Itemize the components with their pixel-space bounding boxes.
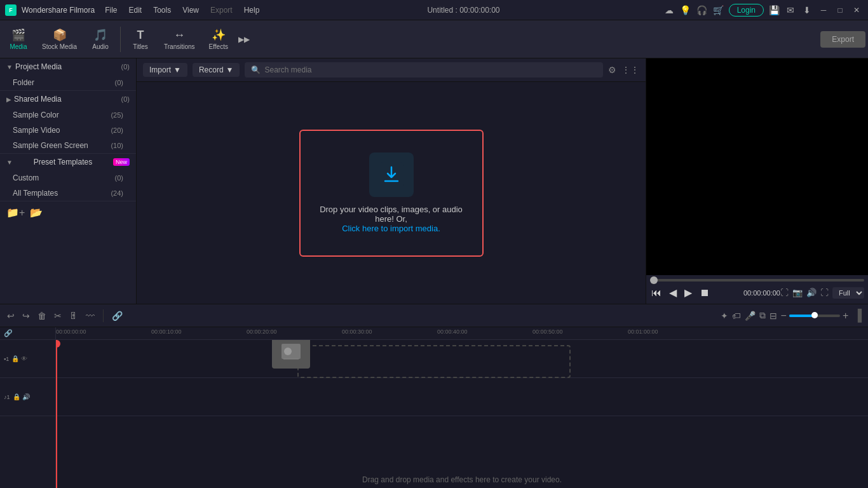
- cloud-icon[interactable]: ☁: [663, 4, 675, 17]
- sidebar-item-all-templates[interactable]: All Templates (24): [0, 186, 136, 201]
- frame-back-button[interactable]: ◀: [668, 285, 678, 300]
- titles-icon: T: [137, 29, 144, 42]
- zoom-out-button[interactable]: −: [781, 310, 787, 322]
- video-track-num: ▪1: [4, 356, 9, 362]
- import-button[interactable]: Import ▼: [143, 63, 187, 77]
- snap-icon[interactable]: 🔗: [4, 329, 13, 337]
- media-icon: 🎬: [11, 28, 25, 42]
- sidebar-header-project-media[interactable]: ▼ Project Media (0): [0, 58, 136, 75]
- search-box[interactable]: 🔍: [245, 62, 603, 78]
- notification-icon[interactable]: ✉: [784, 4, 797, 17]
- add-folder-icon[interactable]: 📁+: [6, 207, 25, 219]
- ruler-mark-0: 00:00:00:00: [56, 329, 86, 335]
- toolbar-stock[interactable]: 📦 Stock Media: [36, 25, 83, 53]
- layers-icon[interactable]: ⧉: [759, 310, 766, 321]
- undo-button[interactable]: ↩: [5, 309, 17, 323]
- fullscreen-icon[interactable]: ⛶: [780, 288, 789, 297]
- sidebar-item-sample-color[interactable]: Sample Color (25): [0, 107, 136, 123]
- save-icon[interactable]: 💾: [768, 4, 780, 17]
- cut-button[interactable]: ✂: [52, 309, 64, 323]
- redo-button[interactable]: ↪: [20, 309, 32, 323]
- menu-view[interactable]: View: [177, 4, 204, 16]
- menu-help[interactable]: Help: [239, 4, 265, 16]
- minimize-button[interactable]: ─: [817, 4, 830, 17]
- maximize-button[interactable]: □: [834, 4, 846, 17]
- export-button[interactable]: Export: [820, 31, 865, 48]
- seekbar-handle[interactable]: [650, 276, 658, 284]
- headset-icon[interactable]: 🎧: [696, 4, 709, 17]
- menu-export[interactable]: Export: [205, 4, 238, 16]
- preview-controls: ⏮ ◀ ▶ ⏹ 00:00:00:00 ⛶ 📷 🔊 ⛶ Full 1/2 1/4…: [646, 275, 868, 304]
- menu-edit[interactable]: Edit: [124, 4, 147, 16]
- chevron-preset-templates: ▼: [6, 159, 13, 166]
- sidebar-item-sample-video[interactable]: Sample Video (20): [0, 123, 136, 138]
- search-input[interactable]: [264, 65, 597, 74]
- toolbar-media[interactable]: 🎬 Media: [3, 25, 34, 53]
- sparkle-icon[interactable]: ✦: [721, 311, 728, 321]
- volume-icon[interactable]: 🔊: [806, 288, 817, 297]
- quality-select[interactable]: Full 1/2 1/4 1/8: [832, 287, 864, 299]
- record-button[interactable]: Record ▼: [193, 63, 240, 77]
- zoom-slider[interactable]: [789, 315, 840, 317]
- sample-video-count: (20): [111, 126, 123, 134]
- shared-media-label: Shared Media: [14, 95, 62, 104]
- toolbar-transitions[interactable]: ↔ Transitions: [158, 26, 201, 53]
- expand-icon[interactable]: ⛶: [820, 288, 829, 297]
- badge-icon[interactable]: 🏷: [732, 311, 741, 321]
- delete-button[interactable]: 🗑: [36, 309, 48, 323]
- sample-green-screen-count: (10): [111, 142, 123, 149]
- audio-track-icons: 🔒 🔊: [13, 393, 30, 400]
- grid-view-icon[interactable]: ⋮⋮: [621, 65, 639, 75]
- menu-tools[interactable]: Tools: [148, 4, 176, 16]
- lock-icon[interactable]: 🔒: [11, 355, 19, 362]
- seekbar[interactable]: [650, 279, 864, 281]
- stop-button[interactable]: ⏹: [698, 286, 711, 300]
- timeline-playhead[interactable]: [56, 340, 57, 488]
- sidebar-header-shared-media[interactable]: ▶ Shared Media (0): [0, 91, 136, 107]
- waveform-button[interactable]: 〰: [84, 309, 97, 323]
- ruler-label-spacer: 🔗: [0, 327, 55, 340]
- custom-label: Custom: [13, 173, 39, 182]
- effects-icon: ✨: [212, 28, 226, 42]
- toolbar-titles[interactable]: T Titles: [125, 26, 156, 53]
- toolbar-effects[interactable]: ✨ Effects: [203, 25, 234, 53]
- bulb-icon[interactable]: 💡: [679, 4, 692, 17]
- preset-templates-label: Preset Templates: [34, 158, 93, 166]
- titlebar-menu: File Edit Tools View Export Help: [100, 4, 264, 16]
- sidebar-header-preset-templates[interactable]: ▼ Preset Templates New: [0, 154, 136, 170]
- sidebar-item-custom[interactable]: Custom (0): [0, 170, 136, 186]
- audio-mixer-button[interactable]: 🎚: [67, 309, 80, 323]
- ruler-mark-4: 00:00:40:00: [437, 329, 468, 335]
- sample-video-label: Sample Video: [13, 126, 60, 135]
- play-button[interactable]: ▶: [683, 285, 693, 300]
- titles-label: Titles: [133, 43, 148, 50]
- screenshot-icon[interactable]: 📷: [792, 288, 803, 297]
- zoom-in-button[interactable]: +: [843, 310, 848, 322]
- menu-file[interactable]: File: [100, 4, 122, 16]
- close-button[interactable]: ✕: [850, 4, 863, 17]
- download-icon[interactable]: ⬇: [801, 4, 813, 17]
- audio-lock-icon[interactable]: 🔒: [13, 393, 20, 400]
- step-back-button[interactable]: ⏮: [650, 286, 663, 300]
- folder-icon[interactable]: 📂: [30, 207, 43, 219]
- login-button[interactable]: Login: [729, 4, 764, 17]
- cart-icon[interactable]: 🛒: [712, 4, 725, 17]
- snap-button[interactable]: 🔗: [110, 309, 125, 323]
- timeline-content: 🔗 ▪1 🔒 👁 ♪1 🔒 🔊: [0, 327, 868, 488]
- crop-sub-icon[interactable]: ⊟: [770, 311, 777, 321]
- sidebar-item-sample-green-screen[interactable]: Sample Green Screen (10): [0, 138, 136, 153]
- import-link[interactable]: Click here to import media.: [342, 224, 440, 233]
- zoom-handle[interactable]: [811, 312, 818, 318]
- toolbar: 🎬 Media 📦 Stock Media 🎵 Audio T Titles ↔…: [0, 20, 868, 58]
- sidebar-item-folder[interactable]: Folder (0): [0, 75, 136, 90]
- filter-icon[interactable]: ⚙: [608, 65, 616, 75]
- visibility-icon[interactable]: 👁: [21, 355, 27, 362]
- mic-icon[interactable]: 🎤: [745, 311, 756, 321]
- volume-track-icon[interactable]: 🔊: [22, 393, 30, 400]
- expand-toolbar-button[interactable]: ▶▶: [236, 32, 252, 46]
- project-media-count: (0): [121, 63, 130, 71]
- zoom-control: − +: [781, 310, 849, 322]
- toolbar-audio[interactable]: 🎵 Audio: [85, 25, 116, 53]
- timeline-end-button[interactable]: ▐: [852, 308, 863, 323]
- sidebar-section-shared-media: ▶ Shared Media (0) Sample Color (25) Sam…: [0, 91, 136, 154]
